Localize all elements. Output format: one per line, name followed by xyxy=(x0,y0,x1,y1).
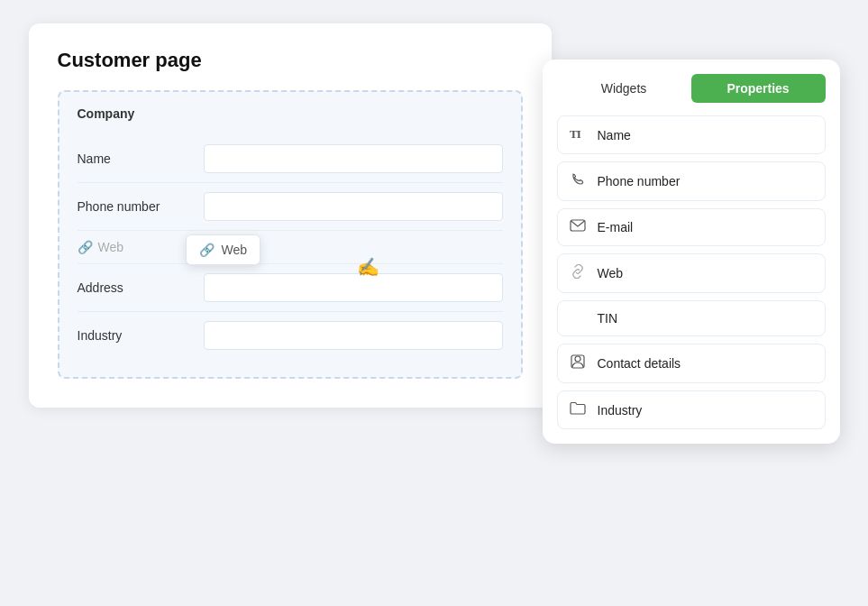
widget-item-web[interactable]: Web xyxy=(557,253,826,293)
tab-bar: Widgets Properties xyxy=(557,74,826,103)
widget-tin-label: TIN xyxy=(598,311,618,326)
svg-point-2 xyxy=(575,356,580,362)
link-icon-tooltip: 🔗 xyxy=(199,243,215,257)
company-section: Company Name Phone number 🔗 Web 🔗 xyxy=(58,90,523,379)
name-row: Name xyxy=(78,135,503,183)
widget-phone-label: Phone number xyxy=(598,174,681,188)
widget-web-label: Web xyxy=(598,266,624,280)
widget-item-industry[interactable]: Industry xyxy=(557,390,826,429)
widgets-panel: Widgets Properties TI Name Phone number xyxy=(543,60,840,444)
widget-item-name[interactable]: TI Name xyxy=(557,115,826,154)
phone-input[interactable] xyxy=(204,192,503,221)
web-tooltip-popup: 🔗 Web xyxy=(186,234,261,265)
contact-icon xyxy=(569,354,587,372)
industry-row: Industry xyxy=(78,312,503,359)
phone-icon xyxy=(569,172,587,190)
address-input[interactable] xyxy=(204,273,503,302)
widget-item-contact[interactable]: Contact details xyxy=(557,344,826,383)
text-icon: TI xyxy=(569,126,587,143)
name-input[interactable] xyxy=(204,144,503,173)
widget-item-phone[interactable]: Phone number xyxy=(557,161,826,201)
widget-item-tin[interactable]: TIN xyxy=(557,300,826,336)
folder-icon xyxy=(569,401,587,418)
widget-item-email[interactable]: E-mail xyxy=(557,208,826,246)
link-icon xyxy=(569,264,587,282)
customer-card: Customer page Company Name Phone number … xyxy=(29,23,552,408)
email-icon xyxy=(569,219,587,235)
tab-widgets[interactable]: Widgets xyxy=(557,74,691,103)
address-row: Address xyxy=(78,264,503,312)
widget-name-label: Name xyxy=(598,128,631,142)
tab-properties[interactable]: Properties xyxy=(691,74,826,103)
cursor-pointer: ✍ xyxy=(357,256,379,278)
page-title: Customer page xyxy=(58,49,523,72)
link-icon-static: 🔗 xyxy=(78,240,93,254)
web-tooltip-text: Web xyxy=(222,243,248,257)
company-label: Company xyxy=(78,106,503,121)
web-row: 🔗 Web 🔗 Web ✍ xyxy=(78,231,503,264)
widget-contact-label: Contact details xyxy=(598,356,681,371)
industry-label: Industry xyxy=(78,328,204,343)
svg-text:TI: TI xyxy=(570,127,581,141)
phone-label: Phone number xyxy=(78,199,204,214)
widget-email-label: E-mail xyxy=(598,220,634,234)
industry-input[interactable] xyxy=(204,321,503,350)
widget-industry-label: Industry xyxy=(598,403,643,418)
web-static-label: 🔗 Web xyxy=(78,240,204,254)
name-label: Name xyxy=(78,152,204,166)
address-label: Address xyxy=(78,280,204,295)
phone-row: Phone number xyxy=(78,183,503,231)
